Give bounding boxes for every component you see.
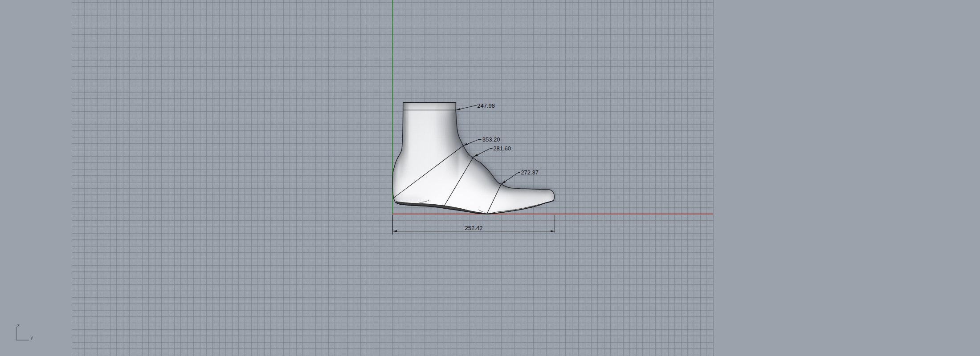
- svg-text:y: y: [31, 335, 33, 340]
- svg-text:272.37: 272.37: [521, 169, 539, 176]
- svg-text:252.42: 252.42: [465, 225, 483, 231]
- svg-text:z: z: [17, 323, 20, 328]
- svg-text:247.98: 247.98: [477, 102, 495, 109]
- svg-text:281.60: 281.60: [493, 145, 511, 152]
- svg-text:353.20: 353.20: [482, 136, 500, 143]
